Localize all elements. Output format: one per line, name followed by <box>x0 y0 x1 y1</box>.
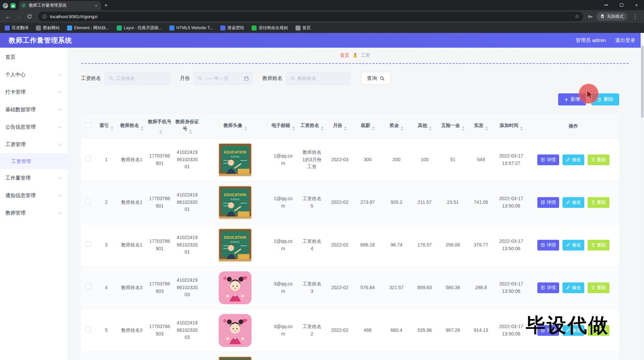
column-header-avatar[interactable]: 教师头像 <box>202 114 269 138</box>
row-detail-button[interactable]: 详情 <box>537 282 559 293</box>
select-all-checkbox[interactable] <box>86 123 91 128</box>
bookmark-item[interactable]: 图标网站 <box>36 25 60 31</box>
back-icon[interactable]: ← <box>3 12 13 21</box>
sidebar-item[interactable]: 公告信息管理 <box>0 118 67 136</box>
password-key-icon[interactable] <box>587 14 593 19</box>
url-text[interactable]: localhost:8081/#/gongzi <box>50 14 572 19</box>
row-edit-button[interactable]: 修改 <box>562 240 584 251</box>
salary-name-field[interactable] <box>105 72 170 85</box>
sort-carets-icon[interactable] <box>321 126 324 131</box>
url-bar[interactable]: localhost:8081/#/gongzi ☆ <box>38 12 583 21</box>
sort-carets-icon[interactable] <box>462 126 465 131</box>
row-delete-button[interactable]: 删除 <box>588 282 609 293</box>
sort-carets-icon[interactable] <box>429 126 432 131</box>
breadcrumb-home[interactable]: 首页 <box>340 52 350 58</box>
sort-carets-icon[interactable] <box>344 126 347 131</box>
column-header-phone[interactable]: 教师手机号 <box>147 114 173 138</box>
sidebar-item[interactable]: 工资管理 <box>0 136 67 153</box>
cell-other: 899.83 <box>411 266 438 309</box>
teacher-name-input[interactable] <box>298 76 346 81</box>
row-checkbox[interactable] <box>86 241 91 246</box>
column-header-base_salary[interactable]: 底薪 <box>353 114 382 138</box>
teacher-name-filter-label: 教师姓名 <box>262 75 282 82</box>
row-edit-button[interactable]: 修改 <box>562 154 584 165</box>
sort-carets-icon[interactable] <box>401 126 404 131</box>
bookmark-item[interactable]: Layui - 经典开源模... <box>117 25 162 31</box>
column-header-bonus[interactable]: 奖金 <box>382 114 411 138</box>
row-checkbox[interactable] <box>86 156 91 161</box>
column-header-add_time[interactable]: 添加时间 <box>495 114 528 138</box>
row-edit-button[interactable]: 修改 <box>562 282 584 293</box>
scrollbar-thumb[interactable] <box>641 46 644 118</box>
sidebar-item[interactable]: 通知信息管理 <box>0 187 67 204</box>
tab-close-icon[interactable]: × <box>94 3 98 8</box>
cell-month: 2022-03 <box>326 138 353 181</box>
sidebar-item[interactable]: 打卡管理 <box>0 83 67 101</box>
month-input[interactable] <box>205 76 241 81</box>
sidebar-item[interactable]: 教师管理 <box>0 204 67 222</box>
bookmark-item[interactable]: 首页 <box>296 25 311 31</box>
column-header-other[interactable]: 其他 <box>411 114 438 138</box>
sort-carets-icon[interactable] <box>141 126 144 131</box>
column-header-actual_pay[interactable]: 实发 <box>467 114 495 138</box>
bookmark-item[interactable]: 表结构命名规则 <box>252 25 288 31</box>
browser-tab[interactable]: V 教师工作量管理系统 × <box>18 1 101 10</box>
column-header-insurance[interactable]: 五险一金 <box>438 114 467 138</box>
column-header-email[interactable]: 电子邮箱 <box>269 114 298 138</box>
logout-link[interactable]: 退出登录 <box>615 37 635 44</box>
bookmark-item[interactable]: 搜索壁纸 <box>220 25 244 31</box>
sort-carets-icon[interactable] <box>244 126 247 131</box>
sort-carets-icon[interactable] <box>520 126 523 131</box>
sidebar-item[interactable]: 工资管理 <box>0 153 67 169</box>
refresh-icon[interactable] <box>25 12 34 21</box>
sort-carets-icon[interactable] <box>189 130 192 134</box>
forward-icon[interactable]: → <box>14 12 23 21</box>
row-detail-button[interactable]: 详情 <box>537 197 559 208</box>
bookmark-star-icon[interactable]: ☆ <box>575 13 579 19</box>
sort-carets-icon[interactable] <box>111 126 113 131</box>
row-detail-button[interactable]: 详情 <box>537 240 559 251</box>
admin-label[interactable]: 管理员 admin <box>576 37 606 44</box>
row-delete-button[interactable]: 删除 <box>588 154 609 165</box>
calendar-icon[interactable] <box>244 76 249 81</box>
row-edit-button[interactable]: 修改 <box>562 197 584 208</box>
menu-dots-icon[interactable]: ⋮ <box>631 13 640 20</box>
row-checkbox[interactable] <box>86 198 91 204</box>
bookmark-item[interactable]: HTML5 Website T... <box>169 26 213 31</box>
close-button[interactable]: × <box>629 0 644 10</box>
salary-name-input[interactable] <box>116 76 166 81</box>
table-row: 4教师姓名3177037869034102241996102320033@qq.… <box>81 266 619 309</box>
new-tab-button[interactable]: + <box>101 2 112 10</box>
sort-carets-icon[interactable] <box>485 126 488 131</box>
row-delete-button[interactable]: 删除 <box>588 197 609 208</box>
column-header-index[interactable]: 索引 <box>96 114 117 138</box>
sort-carets-icon[interactable] <box>159 130 162 134</box>
maximize-button[interactable] <box>614 0 629 10</box>
teacher-name-field[interactable] <box>286 72 350 85</box>
sidebar-item[interactable]: 基础数据管理 <box>0 101 67 118</box>
column-header-month[interactable]: 月份 <box>326 114 353 138</box>
row-delete-button[interactable]: 删除 <box>588 240 609 251</box>
column-header-id_card[interactable]: 教师身份证号 <box>173 114 202 138</box>
row-checkbox[interactable] <box>86 326 91 332</box>
column-header-teacher_name[interactable]: 教师姓名 <box>117 114 147 138</box>
site-info-icon[interactable] <box>42 14 47 19</box>
month-field[interactable] <box>194 72 253 85</box>
page-scrollbar[interactable] <box>641 33 644 360</box>
bookmark-item[interactable]: Element - 网站快... <box>67 25 109 31</box>
sort-carets-icon[interactable] <box>292 126 295 131</box>
bookmark-item[interactable]: 百度翻译 <box>5 25 29 31</box>
pencil-icon <box>566 285 570 290</box>
cell-actual_pay: 741.05 <box>467 181 495 224</box>
column-header-salary_name[interactable]: 工资姓名 <box>298 114 326 138</box>
row-checkbox[interactable] <box>86 284 91 289</box>
sidebar-item[interactable]: 个人中心 <box>0 66 67 83</box>
sidebar-item[interactable]: 工作量管理 <box>0 169 67 187</box>
cell-phone: 17703786901 <box>147 181 173 224</box>
row-detail-button[interactable]: 详情 <box>537 154 559 165</box>
sidebar-item[interactable]: 首页 <box>0 48 67 66</box>
sort-carets-icon[interactable] <box>372 126 375 131</box>
minimize-button[interactable] <box>599 0 614 10</box>
incognito-badge[interactable]: 无痕模式 <box>596 12 627 21</box>
search-button[interactable]: 查询 <box>361 72 391 85</box>
